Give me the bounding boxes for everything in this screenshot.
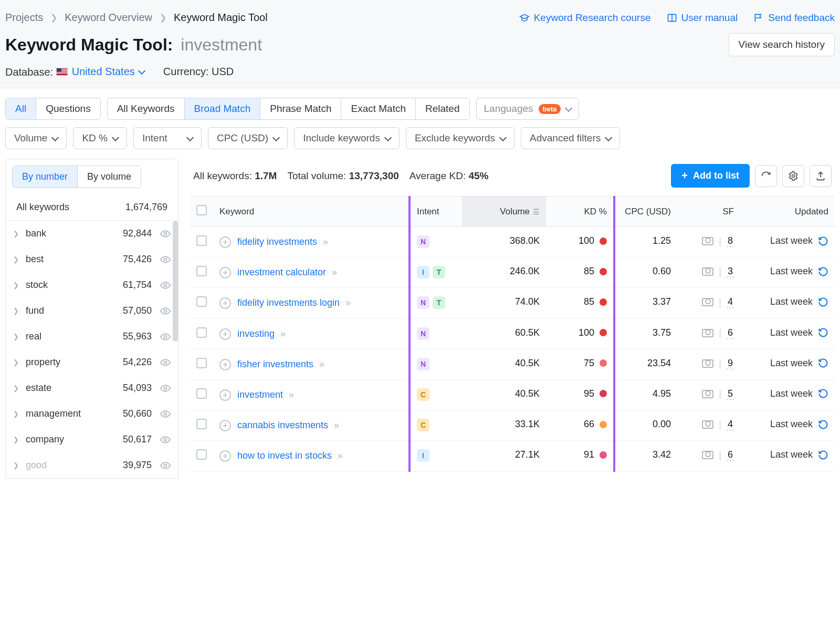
eye-icon[interactable] xyxy=(160,230,171,237)
eye-icon[interactable] xyxy=(160,462,171,469)
eye-icon[interactable] xyxy=(160,436,171,443)
refresh-row-button[interactable] xyxy=(818,297,828,307)
keyword-link[interactable]: investing » xyxy=(237,327,286,340)
row-checkbox[interactable] xyxy=(196,235,207,246)
settings-button[interactable] xyxy=(782,165,804,187)
expand-icon[interactable]: + xyxy=(219,236,231,248)
tab-all[interactable]: All xyxy=(6,98,36,119)
serp-features-cell[interactable]: |5 xyxy=(684,388,734,400)
col-keyword[interactable]: Keyword xyxy=(213,197,410,227)
serp-features-cell[interactable]: |8 xyxy=(684,235,734,247)
refresh-row-button[interactable] xyxy=(818,327,828,338)
filter-include-keywords[interactable]: Include keywords xyxy=(294,127,400,149)
refresh-row-button[interactable] xyxy=(818,450,828,460)
sidebar-item-best[interactable]: ❯ best 75,426 xyxy=(6,246,178,272)
link-send-feedback[interactable]: Send feedback xyxy=(753,12,835,24)
refresh-row-button[interactable] xyxy=(818,388,828,399)
tab-all-keywords[interactable]: All Keywords xyxy=(108,98,185,119)
serp-features-cell[interactable]: |4 xyxy=(684,419,734,430)
col-sf[interactable]: SF xyxy=(677,197,740,227)
intent-badge-N: N xyxy=(417,235,429,248)
col-volume[interactable]: Volume☰ xyxy=(462,197,546,227)
link-user-manual[interactable]: User manual xyxy=(667,12,738,24)
eye-icon[interactable] xyxy=(160,385,171,392)
tab-broad-match[interactable]: Broad Match xyxy=(185,98,261,119)
sidebar-item-bank[interactable]: ❯ bank 92,844 xyxy=(6,221,178,246)
serp-features-cell[interactable]: |3 xyxy=(684,266,734,277)
tab-exact-match[interactable]: Exact Match xyxy=(341,98,416,119)
keyword-link[interactable]: fisher investments » xyxy=(237,358,324,371)
eye-icon[interactable] xyxy=(160,307,171,315)
add-to-list-button[interactable]: + Add to list xyxy=(671,164,750,188)
refresh-row-button[interactable] xyxy=(818,419,828,430)
crumb-keyword-overview[interactable]: Keyword Overview xyxy=(65,12,152,24)
sidebar-item-company[interactable]: ❯ company 50,617 xyxy=(6,427,178,452)
sidebar-item-good[interactable]: ❯ good 39,975 xyxy=(6,452,178,478)
row-checkbox[interactable] xyxy=(196,449,207,460)
refresh-button[interactable] xyxy=(755,165,777,187)
filter-volume[interactable]: Volume xyxy=(5,127,67,149)
serp-features-cell[interactable]: |6 xyxy=(684,327,734,339)
sidebar-toggle-by-volume[interactable]: By volume xyxy=(78,166,141,188)
expand-icon[interactable]: + xyxy=(219,389,231,401)
col-intent[interactable]: Intent xyxy=(410,197,462,227)
filter-exclude-keywords[interactable]: Exclude keywords xyxy=(406,127,514,149)
row-checkbox[interactable] xyxy=(196,296,207,307)
sidebar-item-real[interactable]: ❯ real 55,963 xyxy=(6,324,178,349)
sidebar-item-estate[interactable]: ❯ estate 54,093 xyxy=(6,375,178,401)
sidebar-toggle-by-number[interactable]: By number xyxy=(13,166,78,188)
refresh-row-button[interactable] xyxy=(818,358,828,368)
col-cpc[interactable]: CPC (USD) xyxy=(614,197,677,227)
row-checkbox[interactable] xyxy=(196,388,207,399)
sidebar-item-fund[interactable]: ❯ fund 57,050 xyxy=(6,298,178,324)
expand-icon[interactable]: + xyxy=(219,359,231,370)
keyword-link[interactable]: fidelity investments » xyxy=(237,235,328,249)
filter-intent[interactable]: Intent xyxy=(133,127,202,149)
crumb-projects[interactable]: Projects xyxy=(5,12,43,24)
sidebar-item-management[interactable]: ❯ management 50,660 xyxy=(6,401,178,427)
eye-icon[interactable] xyxy=(160,410,171,418)
tab-related[interactable]: Related xyxy=(416,98,469,119)
filter-kd[interactable]: KD % xyxy=(73,127,127,149)
select-all-checkbox[interactable] xyxy=(196,205,207,215)
sidebar-item-property[interactable]: ❯ property 54,226 xyxy=(6,349,178,375)
database-selector[interactable]: Database: United States xyxy=(5,66,144,78)
expand-icon[interactable]: + xyxy=(219,420,231,431)
col-updated[interactable]: Updated xyxy=(740,197,835,227)
tab-phrase-match[interactable]: Phrase Match xyxy=(260,98,341,119)
eye-icon[interactable] xyxy=(160,282,171,289)
sidebar-item-stock[interactable]: ❯ stock 61,754 xyxy=(6,272,178,298)
expand-icon[interactable]: + xyxy=(219,297,231,309)
tab-questions[interactable]: Questions xyxy=(36,98,100,119)
keyword-link[interactable]: how to invest in stocks » xyxy=(237,449,343,462)
filter-advanced[interactable]: Advanced filters xyxy=(521,127,620,149)
keyword-link[interactable]: investment calculator » xyxy=(237,266,337,279)
serp-features-cell[interactable]: |6 xyxy=(684,449,734,461)
expand-icon[interactable]: + xyxy=(219,267,231,278)
row-checkbox[interactable] xyxy=(196,327,207,338)
row-checkbox[interactable] xyxy=(196,266,207,276)
sidebar-all-keywords-label[interactable]: All keywords xyxy=(16,202,69,213)
sidebar-scrollbar[interactable] xyxy=(173,221,178,342)
row-checkbox[interactable] xyxy=(196,419,207,429)
col-kd[interactable]: KD % xyxy=(546,197,614,227)
refresh-row-button[interactable] xyxy=(818,266,828,277)
export-button[interactable] xyxy=(810,165,832,187)
link-research-course[interactable]: Keyword Research course xyxy=(519,12,651,24)
kd-dot-icon xyxy=(600,451,607,459)
languages-dropdown[interactable]: Languages beta xyxy=(476,98,580,120)
serp-features-cell[interactable]: |4 xyxy=(684,296,734,308)
keyword-link[interactable]: cannabis investments » xyxy=(237,419,339,432)
view-search-history-button[interactable]: View search history xyxy=(729,33,835,56)
eye-icon[interactable] xyxy=(160,359,171,366)
refresh-row-button[interactable] xyxy=(818,236,828,246)
keyword-link[interactable]: fidelity investments login » xyxy=(237,296,351,309)
expand-icon[interactable]: + xyxy=(219,328,231,340)
row-checkbox[interactable] xyxy=(196,358,207,368)
serp-features-cell[interactable]: |9 xyxy=(684,358,734,369)
eye-icon[interactable] xyxy=(160,256,171,263)
expand-icon[interactable]: + xyxy=(219,450,231,462)
keyword-link[interactable]: investment » xyxy=(237,388,294,401)
eye-icon[interactable] xyxy=(160,333,171,340)
filter-cpc[interactable]: CPC (USD) xyxy=(208,127,288,149)
